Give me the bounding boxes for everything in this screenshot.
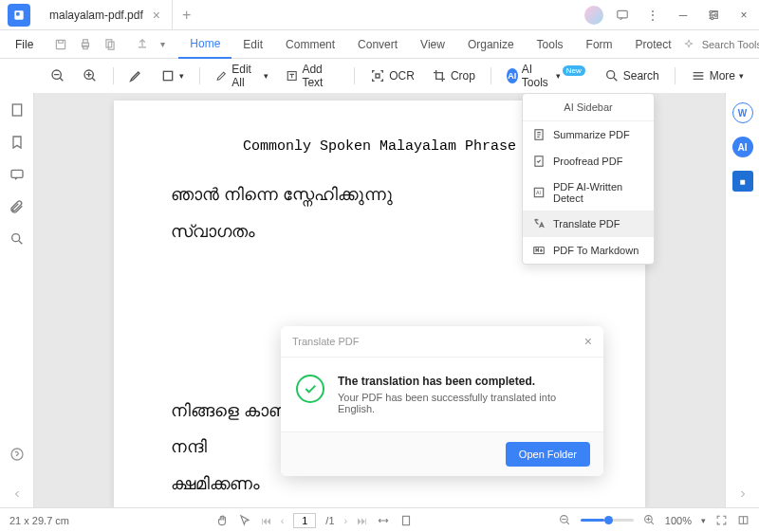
dropdown-item-translate[interactable]: Translate PDF — [523, 211, 654, 237]
left-sidebar — [0, 93, 34, 507]
edit-all-button[interactable]: Edit All▾ — [210, 60, 274, 92]
minimize-button[interactable]: ─ — [668, 0, 698, 30]
dropdown-item-detect[interactable]: AI PDF AI-Written Detect — [523, 174, 654, 211]
tab-home[interactable]: Home — [178, 30, 231, 59]
zoom-slider[interactable] — [581, 519, 634, 522]
modal-title: The translation has been completed. — [338, 375, 588, 388]
sparkle-icon — [683, 39, 694, 50]
hand-tool-icon[interactable] — [215, 514, 229, 527]
document-canvas[interactable]: Commonly Spoken Malayalam Phrase ഞാൻ നിന… — [34, 93, 725, 507]
highlight-button[interactable] — [122, 65, 149, 86]
shape-button[interactable]: ▾ — [155, 65, 190, 86]
next-page-icon[interactable]: › — [344, 515, 348, 526]
tab-form[interactable]: Form — [575, 30, 624, 59]
add-text-button[interactable]: Add Text — [280, 60, 344, 92]
share-dropdown-icon[interactable]: ▾ — [155, 39, 171, 49]
multipage-icon[interactable] — [98, 38, 122, 51]
file-menu[interactable]: File — [8, 38, 41, 51]
ribbon-tabs: Home Edit Comment Convert View Organize … — [178, 30, 682, 59]
translate-icon — [532, 217, 546, 230]
toolbar: ▾ Edit All▾ Add Text OCR Crop AI AI Tool… — [0, 59, 759, 93]
search-tools-input[interactable] — [702, 39, 759, 50]
right-sidebar: W AI ■ — [725, 93, 759, 507]
titlebar: malayalam-pdf.pdf × + ⋮ ─ ☐ × — [0, 0, 759, 30]
tab-convert[interactable]: Convert — [346, 30, 409, 59]
close-tab-icon[interactable]: × — [153, 8, 160, 23]
menubar: File ▾ Home Edit Comment Convert View Or… — [0, 30, 759, 59]
last-page-icon[interactable]: ⏭ — [357, 515, 367, 526]
page-number-input[interactable] — [293, 513, 316, 528]
fit-page-icon[interactable] — [399, 514, 413, 527]
ai-tools-dropdown: AI Sidebar Summarize PDF Proofread PDF A… — [522, 93, 655, 265]
svg-rect-14 — [12, 104, 21, 116]
tab-tools[interactable]: Tools — [526, 30, 575, 59]
search-button[interactable]: Search — [599, 65, 665, 86]
more-icon[interactable]: ⋮ — [638, 0, 668, 30]
modal-close-button[interactable]: × — [584, 334, 592, 349]
svg-point-23 — [710, 10, 713, 13]
zoom-in-status-icon[interactable] — [643, 514, 656, 526]
svg-rect-2 — [618, 10, 628, 18]
crop-button[interactable]: Crop — [426, 65, 481, 86]
tab-organize[interactable]: Organize — [456, 30, 526, 59]
svg-rect-1 — [16, 12, 20, 16]
modal-header: Translate PDF × — [281, 326, 603, 358]
fullscreen-icon[interactable] — [715, 514, 728, 526]
main-area: Commonly Spoken Malayalam Phrase ഞാൻ നിന… — [0, 93, 759, 507]
markdown-icon — [532, 244, 546, 257]
attachment-icon[interactable] — [9, 199, 25, 214]
svg-point-16 — [11, 234, 19, 242]
zoom-out-status-icon[interactable] — [559, 514, 571, 526]
zoom-value: 100% — [665, 515, 692, 526]
new-badge: New — [563, 65, 585, 76]
user-avatar[interactable] — [584, 6, 603, 25]
tab-view[interactable]: View — [409, 30, 456, 59]
share-icon[interactable] — [130, 38, 155, 51]
close-window-button[interactable]: × — [729, 0, 759, 30]
app-badge-icon[interactable]: ■ — [732, 171, 753, 192]
ai-sidebar-icon[interactable]: AI — [732, 137, 753, 157]
dropdown-header[interactable]: AI Sidebar — [523, 94, 654, 121]
first-page-icon[interactable]: ⏮ — [261, 515, 271, 526]
comment-panel-icon[interactable] — [9, 167, 25, 182]
dropdown-item-summarize[interactable]: Summarize PDF — [523, 121, 654, 148]
tab-edit[interactable]: Edit — [231, 30, 274, 59]
svg-text:AI: AI — [536, 190, 541, 195]
svg-point-24 — [714, 14, 717, 17]
word-export-icon[interactable]: W — [732, 102, 753, 123]
add-tab-button[interactable]: + — [173, 7, 200, 24]
settings-icon[interactable] — [706, 8, 721, 23]
open-folder-button[interactable]: Open Folder — [506, 442, 590, 467]
save-icon[interactable] — [48, 38, 73, 51]
zoom-dropdown-icon[interactable]: ▾ — [701, 516, 706, 525]
zoom-in-button[interactable] — [77, 65, 103, 86]
print-icon[interactable] — [73, 38, 98, 51]
svg-point-13 — [606, 71, 614, 79]
collapse-left-icon[interactable] — [11, 488, 23, 500]
page-total: /1 — [325, 515, 334, 526]
document-tab[interactable]: malayalam-pdf.pdf × — [38, 0, 173, 30]
dropdown-item-proofread[interactable]: Proofread PDF — [523, 148, 654, 174]
zoom-out-button[interactable] — [45, 65, 71, 86]
ai-icon: AI — [507, 68, 518, 83]
collapse-right-icon[interactable] — [737, 488, 749, 500]
page-dimensions: 21 x 29.7 cm — [9, 515, 69, 526]
bookmark-icon[interactable] — [9, 135, 25, 150]
dropdown-item-markdown[interactable]: PDF To Markdown — [523, 237, 654, 264]
thumbnail-icon[interactable] — [9, 102, 25, 118]
select-tool-icon[interactable] — [238, 514, 251, 527]
modal-message: Your PDF has been successfully translate… — [338, 392, 588, 414]
tab-protect[interactable]: Protect — [624, 30, 683, 59]
prev-page-icon[interactable]: ‹ — [281, 515, 285, 526]
ai-tools-button[interactable]: AI AI Tools ▾ New — [501, 60, 593, 92]
tab-comment[interactable]: Comment — [274, 30, 346, 59]
proofread-icon — [532, 155, 546, 168]
ocr-button[interactable]: OCR — [364, 65, 420, 86]
read-mode-icon[interactable] — [737, 514, 750, 526]
more-button[interactable]: More▾ — [685, 65, 750, 86]
fit-width-icon[interactable] — [377, 514, 390, 527]
success-check-icon — [296, 375, 324, 403]
search-panel-icon[interactable] — [9, 231, 25, 247]
help-icon[interactable] — [9, 447, 25, 462]
comment-icon[interactable] — [607, 0, 638, 30]
